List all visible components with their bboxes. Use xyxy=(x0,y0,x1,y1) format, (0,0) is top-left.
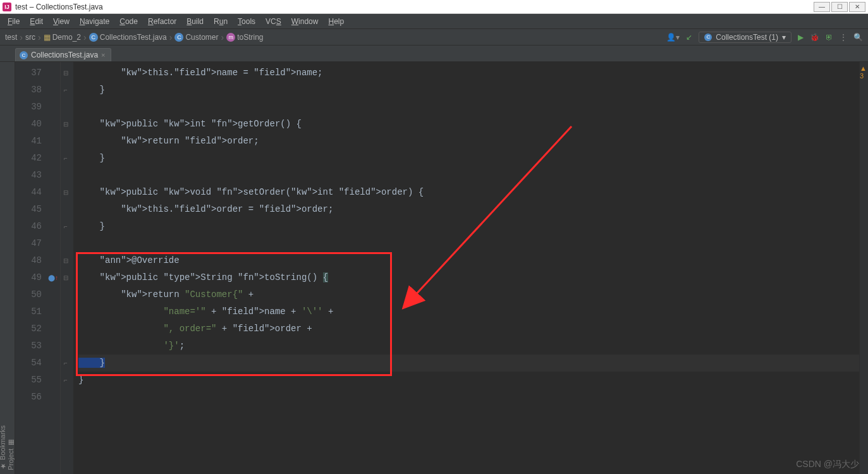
window-title-bar: IJ test – CollectionsTest.java — ☐ ✕ xyxy=(0,0,868,14)
warning-indicator[interactable]: ▲ 3 xyxy=(860,64,867,80)
menu-window[interactable]: Window xyxy=(288,16,322,27)
crumb-src[interactable]: src xyxy=(25,33,35,42)
class-icon: C xyxy=(704,33,712,41)
warning-icon: ▲ xyxy=(860,64,867,72)
tab-collections-test[interactable]: C CollectionsTest.java × xyxy=(15,48,111,61)
toolbar-right: 👤▾ ↙ C CollectionsTest (1) ▾ ▶ 🐞 ⛨ ⋮ 🔍 xyxy=(666,32,863,43)
crumb-method[interactable]: mtoString xyxy=(226,33,263,42)
more-actions-icon[interactable]: ⋮ xyxy=(840,33,847,42)
run-config-selector[interactable]: C CollectionsTest (1) ▾ xyxy=(699,32,792,43)
gutter-folds: ⊟⌐⊟⌐⊟⌐⊟⊟⌐⌐ xyxy=(61,62,71,474)
crumb-class[interactable]: CCustomer xyxy=(174,33,218,42)
class-icon: C xyxy=(20,51,28,59)
crumb-sep-icon: › xyxy=(20,32,23,42)
left-tool-strip: Project ▦ ★ Bookmarks xyxy=(0,62,15,474)
menu-code[interactable]: Code xyxy=(116,16,142,27)
crumb-sep-icon: › xyxy=(38,32,41,42)
crumb-sep-icon: › xyxy=(221,32,224,42)
bookmarks-tool-handle[interactable]: ★ Bookmarks xyxy=(0,67,6,474)
editor-main: Project ▦ ★ Bookmarks 373839404142434445… xyxy=(0,62,868,474)
window-maximize-button[interactable]: ☐ xyxy=(831,2,848,12)
window-close-button[interactable]: ✕ xyxy=(849,2,865,12)
watermark-text: CSDN @冯大少 xyxy=(796,459,859,470)
window-minimize-button[interactable]: — xyxy=(814,2,830,12)
menu-refactor[interactable]: Refactor xyxy=(144,16,180,27)
editor-right-strip[interactable]: ▲ 3 xyxy=(859,62,868,474)
gutter-markers: ⬤↑ xyxy=(47,62,61,474)
editor-tabs: C CollectionsTest.java × xyxy=(0,46,868,62)
coverage-icon[interactable]: ⛨ xyxy=(826,33,833,42)
menu-edit[interactable]: Edit xyxy=(26,16,47,27)
code-text-area[interactable]: "kw">this."field">name = "field">name; }… xyxy=(73,62,859,474)
run-button-icon[interactable]: ▶ xyxy=(798,33,804,42)
menu-navigate[interactable]: Navigate xyxy=(76,16,113,27)
breadcrumb: test › src › ▦Demo_2 › CCollectionsTest.… xyxy=(5,32,264,42)
run-config-label: CollectionsTest (1) xyxy=(716,33,778,42)
user-icon[interactable]: 👤▾ xyxy=(666,33,680,42)
crumb-project[interactable]: test xyxy=(5,33,17,42)
debug-button-icon[interactable]: 🐞 xyxy=(810,33,819,42)
gutter-line-numbers: 3738394041424344454647484950515253545556 xyxy=(15,62,47,474)
window-title: test – CollectionsTest.java xyxy=(15,3,103,11)
warning-count: 3 xyxy=(860,72,864,80)
crumb-file[interactable]: CCollectionsTest.java xyxy=(89,33,167,42)
class-icon: C xyxy=(174,33,183,42)
menu-vcs[interactable]: VCS xyxy=(262,16,285,27)
crumb-sep-icon: › xyxy=(169,32,173,42)
app-logo-icon: IJ xyxy=(3,3,11,11)
search-everywhere-icon[interactable]: 🔍 xyxy=(853,33,863,42)
main-menu-bar: File Edit View Navigate Code Refactor Bu… xyxy=(0,14,868,29)
menu-build[interactable]: Build xyxy=(183,16,207,27)
method-icon: m xyxy=(226,33,235,42)
editor[interactable]: 3738394041424344454647484950515253545556… xyxy=(15,62,859,474)
close-icon[interactable]: × xyxy=(101,51,105,59)
project-tool-handle[interactable]: Project ▦ xyxy=(6,67,15,474)
vcs-update-icon[interactable]: ↙ xyxy=(686,33,692,42)
crumb-package[interactable]: ▦Demo_2 xyxy=(44,33,81,42)
menu-tools[interactable]: Tools xyxy=(234,16,259,27)
menu-file[interactable]: File xyxy=(4,16,23,27)
menu-run[interactable]: Run xyxy=(210,16,231,27)
crumb-sep-icon: › xyxy=(83,32,87,42)
navigation-bar: test › src › ▦Demo_2 › CCollectionsTest.… xyxy=(0,29,868,46)
chevron-down-icon: ▾ xyxy=(782,33,786,42)
menu-help[interactable]: Help xyxy=(324,16,348,27)
tab-label: CollectionsTest.java xyxy=(31,51,98,59)
class-icon: C xyxy=(89,33,98,42)
menu-view[interactable]: View xyxy=(49,16,73,27)
